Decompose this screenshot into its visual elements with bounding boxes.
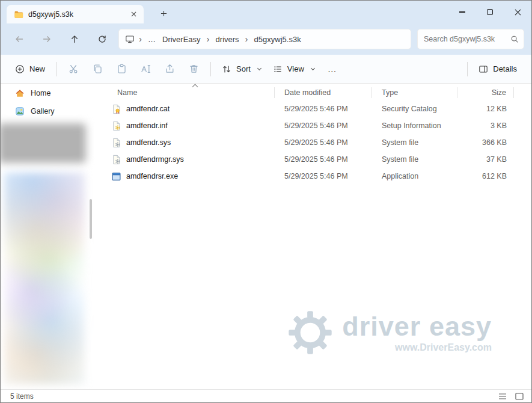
search-input[interactable] bbox=[424, 35, 510, 43]
status-bar: 5 items bbox=[1, 389, 531, 402]
file-date: 5/29/2025 5:46 PM bbox=[275, 105, 372, 113]
certificate-file-icon bbox=[111, 104, 121, 114]
file-size: 3 KB bbox=[457, 122, 514, 130]
new-tab-button[interactable] bbox=[156, 7, 171, 20]
cut-icon bbox=[69, 64, 79, 74]
minimize-button[interactable] bbox=[448, 1, 476, 23]
column-headers: Name Date modified Type Size bbox=[108, 85, 514, 100]
this-pc-icon bbox=[125, 34, 135, 44]
breadcrumb-item-drivers[interactable]: drivers bbox=[213, 33, 242, 46]
view-icon bbox=[273, 64, 283, 74]
window-controls bbox=[448, 1, 531, 23]
plus-circle-icon bbox=[15, 64, 25, 74]
file-type: System file bbox=[372, 138, 457, 147]
toolbar-divider bbox=[210, 62, 211, 76]
redacted-sidebar-items bbox=[4, 173, 85, 384]
refresh-button[interactable] bbox=[92, 29, 112, 49]
application-file-icon bbox=[111, 171, 121, 182]
breadcrumb-item-current[interactable]: d5gxywj5.s3k bbox=[251, 33, 304, 46]
command-bar: New Sort View bbox=[1, 55, 531, 84]
share-icon bbox=[165, 64, 175, 74]
forward-button[interactable] bbox=[37, 29, 57, 49]
up-button[interactable] bbox=[64, 29, 85, 49]
file-name: amdfendrsr.exe bbox=[126, 172, 178, 180]
tab-close-icon[interactable] bbox=[128, 9, 139, 20]
sort-button[interactable]: Sort bbox=[216, 60, 267, 78]
nav-buttons bbox=[1, 29, 118, 49]
search-icon[interactable] bbox=[510, 35, 519, 43]
watermark-brand: driver easy bbox=[342, 313, 492, 340]
paste-button[interactable] bbox=[109, 59, 133, 79]
sidebar-item-label: Home bbox=[31, 89, 50, 97]
sort-icon bbox=[222, 64, 231, 74]
close-icon bbox=[515, 9, 521, 16]
gallery-icon bbox=[15, 106, 25, 116]
cut-button[interactable] bbox=[61, 59, 85, 79]
more-options-button[interactable]: … bbox=[320, 59, 344, 79]
refresh-icon bbox=[97, 34, 107, 44]
breadcrumb[interactable]: › … DriverEasy › drivers › d5gxywj5.s3k bbox=[118, 29, 411, 49]
list-view-icon bbox=[498, 393, 507, 400]
thumbnail-view-toggle[interactable] bbox=[512, 391, 527, 402]
sidebar-scrollbar[interactable] bbox=[90, 199, 92, 239]
details-button[interactable]: Details bbox=[472, 60, 523, 78]
system-file-icon bbox=[111, 155, 121, 165]
rename-button[interactable] bbox=[133, 59, 157, 79]
up-icon bbox=[70, 34, 79, 44]
chevron-down-icon bbox=[257, 66, 261, 70]
column-header-type[interactable]: Type bbox=[372, 87, 457, 98]
delete-button[interactable] bbox=[182, 59, 206, 79]
copy-button[interactable] bbox=[85, 59, 109, 79]
table-row[interactable]: amdfendrsr.exe 5/29/2025 5:46 PM Applica… bbox=[108, 168, 514, 185]
breadcrumb-item-drivereasy[interactable]: DriverEasy bbox=[159, 33, 204, 46]
share-button[interactable] bbox=[157, 59, 182, 79]
details-pane-icon bbox=[478, 64, 488, 74]
explorer-window: d5gxywj5.s3k bbox=[0, 0, 532, 403]
table-row[interactable]: amdfendrmgr.sys 5/29/2025 5:46 PM System… bbox=[108, 151, 514, 168]
close-button[interactable] bbox=[504, 1, 531, 23]
view-button[interactable]: View bbox=[267, 60, 320, 78]
file-table: Name Date modified Type Size amdfendr.ca… bbox=[108, 85, 514, 185]
column-header-date[interactable]: Date modified bbox=[275, 87, 372, 98]
back-button[interactable] bbox=[9, 29, 29, 49]
file-type: Setup Information bbox=[372, 122, 457, 130]
setup-file-icon bbox=[111, 121, 121, 131]
tab-title: d5gxywj5.s3k bbox=[28, 10, 123, 19]
sidebar-item-gallery[interactable]: Gallery bbox=[5, 103, 92, 120]
toolbar-divider bbox=[56, 62, 57, 76]
sidebar-item-home[interactable]: Home bbox=[5, 85, 92, 102]
back-icon bbox=[14, 34, 24, 44]
explorer-tab[interactable]: d5gxywj5.s3k bbox=[7, 5, 144, 23]
search-box[interactable] bbox=[417, 29, 524, 49]
file-size: 37 KB bbox=[457, 155, 514, 164]
file-size: 12 KB bbox=[457, 105, 514, 113]
titlebar: d5gxywj5.s3k bbox=[1, 1, 531, 23]
column-header-label: Date modified bbox=[284, 88, 331, 97]
maximize-icon bbox=[487, 9, 493, 15]
file-name: amdfendr.sys bbox=[126, 138, 171, 147]
table-row[interactable]: amdfendr.cat 5/29/2025 5:46 PM Security … bbox=[108, 100, 514, 117]
file-type: Application bbox=[372, 172, 457, 180]
table-row[interactable]: amdfendr.sys 5/29/2025 5:46 PM System fi… bbox=[108, 134, 514, 151]
column-header-name[interactable]: Name bbox=[108, 87, 275, 98]
new-button[interactable]: New bbox=[9, 60, 51, 78]
column-header-size[interactable]: Size bbox=[457, 87, 514, 98]
more-icon: … bbox=[328, 64, 337, 74]
address-bar: › … DriverEasy › drivers › d5gxywj5.s3k bbox=[1, 23, 531, 55]
folder-icon bbox=[14, 10, 23, 19]
new-button-label: New bbox=[29, 64, 45, 73]
toolbar-divider bbox=[467, 62, 468, 76]
sidebar-item-label: Gallery bbox=[31, 107, 55, 115]
watermark-url: www.DriverEasy.com bbox=[395, 342, 492, 353]
paste-icon bbox=[117, 64, 127, 74]
thumbnail-view-icon bbox=[515, 393, 524, 400]
minimize-icon bbox=[459, 11, 465, 12]
table-row[interactable]: amdfendr.inf 5/29/2025 5:46 PM Setup Inf… bbox=[108, 117, 514, 134]
file-date: 5/29/2025 5:46 PM bbox=[275, 138, 372, 147]
maximize-button[interactable] bbox=[476, 1, 504, 23]
breadcrumb-overflow[interactable]: … bbox=[145, 35, 159, 44]
details-view-toggle[interactable] bbox=[495, 391, 510, 402]
navigation-pane: Home Gallery bbox=[1, 84, 96, 390]
chevron-down-icon bbox=[311, 66, 315, 70]
drivereasy-watermark: driver easy www.DriverEasy.com bbox=[288, 310, 492, 355]
